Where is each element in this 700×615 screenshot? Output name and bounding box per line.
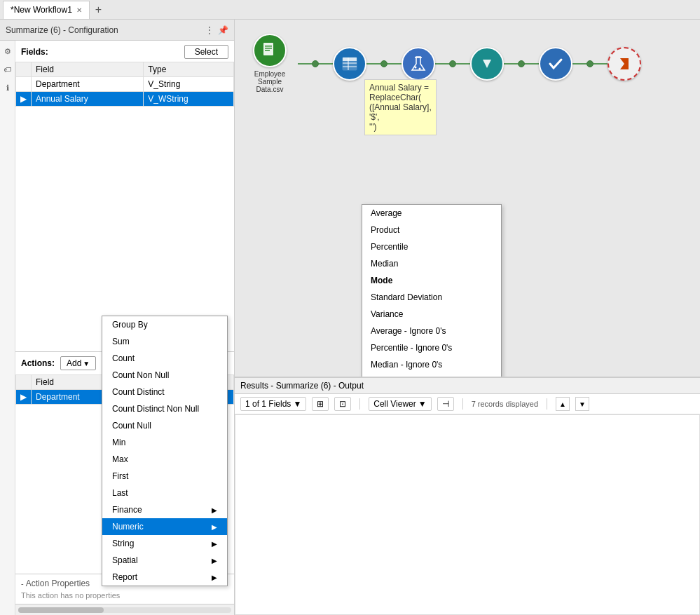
- cell-viewer-button[interactable]: Cell Viewer ▼: [369, 397, 431, 411]
- submenu-item-label: Percentile: [371, 242, 408, 252]
- submenu-item-mode-ignore[interactable]: Mode - Ignore 0's: [362, 373, 501, 377]
- connector-4: [504, 60, 539, 67]
- node-input-label: Employee SampleData.csv: [242, 70, 298, 93]
- table-row-selected[interactable]: ▶ Annual Salary V_WString: [16, 92, 234, 107]
- type-cell-selected: V_WString: [144, 92, 234, 107]
- menu-item-group-by[interactable]: Group By: [102, 316, 227, 333]
- tab-new-workflow[interactable]: *New Workflow1 ✕: [3, 1, 90, 19]
- menu-item-count-non-null[interactable]: Count Non Null: [102, 367, 227, 384]
- row-arrow-selected: ▶: [16, 92, 32, 107]
- submenu-item-label: Percentile - Ignore 0's: [371, 343, 452, 353]
- menu-item-label: Group By: [112, 320, 148, 330]
- menu-item-first[interactable]: First: [102, 468, 227, 485]
- options-icon[interactable]: ⋮: [205, 25, 214, 35]
- string-submenu-arrow: ▶: [212, 540, 217, 548]
- finance-submenu-arrow: ▶: [212, 506, 217, 514]
- formula-line-1: Annual Salary =: [369, 83, 432, 93]
- node-sort[interactable]: [470, 47, 504, 81]
- menu-item-finance[interactable]: Finance ▶: [102, 501, 227, 518]
- submenu-item-label: Mode: [371, 276, 392, 285]
- grid-icon-button[interactable]: ⊞: [312, 397, 329, 411]
- submenu-item-average[interactable]: Average: [362, 205, 501, 222]
- menu-item-count-null[interactable]: Count Null: [102, 417, 227, 434]
- submenu-item-pct-ignore[interactable]: Percentile - Ignore 0's: [362, 339, 501, 356]
- settings-sidebar-icon[interactable]: ⚙: [1, 45, 14, 58]
- submenu: Average Product Percentile Median Mode S…: [362, 204, 502, 377]
- menu-item-label: Count Null: [112, 421, 151, 431]
- menu-item-numeric[interactable]: Numeric ▶: [102, 518, 227, 535]
- submenu-item-variance[interactable]: Variance: [362, 306, 501, 323]
- node-check[interactable]: [539, 47, 572, 81]
- connector-dot-3: [449, 60, 456, 67]
- pin-icon[interactable]: 📌: [218, 25, 228, 35]
- menu-item-spatial[interactable]: Spatial ▶: [102, 552, 227, 569]
- left-panel: Summarize (6) - Configuration ⋮ 📌 ⚙ 🏷 ℹ …: [0, 20, 235, 615]
- svg-rect-9: [415, 57, 422, 58]
- menu-item-count-distinct[interactable]: Count Distinct: [102, 384, 227, 400]
- tag-sidebar-icon[interactable]: 🏷: [1, 63, 14, 76]
- actions-row-arrow: ▶: [16, 390, 32, 405]
- toolbar-separator: [359, 398, 360, 410]
- node-input[interactable]: Employee SampleData.csv: [242, 34, 298, 93]
- menu-item-count[interactable]: Count: [102, 350, 227, 367]
- menu-item-max[interactable]: Max: [102, 451, 227, 468]
- menu-item-sum[interactable]: Sum: [102, 333, 227, 350]
- connector-line-2: [319, 63, 333, 65]
- submenu-item-stddev[interactable]: Standard Deviation: [362, 289, 501, 306]
- menu-item-string[interactable]: String ▶: [102, 535, 227, 552]
- actions-col-arrow: [16, 375, 32, 390]
- canvas-area[interactable]: Employee SampleData.csv: [235, 20, 700, 377]
- svg-rect-2: [265, 48, 272, 49]
- menu-item-label: Sum: [112, 337, 130, 346]
- tab-close-icon[interactable]: ✕: [76, 6, 82, 14]
- col-field: Field: [32, 62, 144, 77]
- connector-1: [298, 60, 333, 67]
- submenu-item-percentile[interactable]: Percentile: [362, 238, 501, 255]
- node-summarize[interactable]: [608, 47, 641, 81]
- formula-box: Annual Salary = ReplaceChar( ([Annual Sa…: [364, 79, 437, 135]
- toolbar-separator-2: [462, 398, 463, 410]
- row-arrow: [16, 77, 32, 92]
- fields-dropdown-button[interactable]: 1 of 1 Fields ▼: [240, 397, 306, 411]
- connector-line-6: [456, 63, 470, 65]
- add-arrow-icon: ▼: [83, 360, 90, 367]
- node-table[interactable]: [333, 47, 366, 81]
- node-table-icon: [333, 47, 366, 81]
- table-row[interactable]: Department V_String: [16, 77, 234, 92]
- menu-item-label: Report: [112, 572, 137, 582]
- connector-line-5: [435, 63, 449, 65]
- submenu-item-median[interactable]: Median: [362, 255, 501, 272]
- connector-line-10: [593, 63, 608, 65]
- info-sidebar-icon[interactable]: ℹ: [1, 81, 14, 94]
- submenu-item-mode[interactable]: Mode: [362, 272, 501, 289]
- toolbar-separator-3: [547, 398, 547, 410]
- submenu-item-median-ignore[interactable]: Median - Ignore 0's: [362, 356, 501, 373]
- submenu-item-avg-ignore[interactable]: Average - Ignore 0's: [362, 323, 501, 339]
- add-button[interactable]: Add ▼: [60, 356, 96, 370]
- fields-info: 1 of 1 Fields: [245, 399, 291, 409]
- connector-line: [298, 63, 312, 65]
- menu-item-last[interactable]: Last: [102, 485, 227, 501]
- copy-icon-button[interactable]: ⊡: [334, 397, 351, 411]
- menu-item-report[interactable]: Report ▶: [102, 569, 227, 586]
- menu-item-count-distinct-non-null[interactable]: Count Distinct Non Null: [102, 400, 227, 417]
- type-cell: V_String: [144, 77, 234, 92]
- connector-dot-2: [380, 60, 387, 67]
- dropdown-overlay: Group By Sum Count Count Non Null Count …: [102, 316, 228, 586]
- filter-icon-button[interactable]: ⊣: [437, 397, 454, 411]
- menu-item-min[interactable]: Min: [102, 434, 227, 451]
- new-tab-button[interactable]: +: [90, 1, 107, 19]
- nav-down-button[interactable]: ▼: [575, 397, 589, 411]
- panel-header: Summarize (6) - Configuration ⋮ 📌: [0, 20, 234, 41]
- results-header-label: Results - Summarize (6) - Output: [240, 381, 364, 391]
- nav-up-button[interactable]: ▲: [556, 397, 570, 411]
- select-button[interactable]: Select: [184, 45, 228, 59]
- scroll-area[interactable]: [15, 604, 234, 615]
- submenu-item-product[interactable]: Product: [362, 222, 501, 238]
- menu-item-label: Count Non Null: [112, 370, 169, 380]
- node-formula-icon: [402, 47, 435, 81]
- node-formula[interactable]: [402, 47, 435, 81]
- tab-label: *New Workflow1: [11, 5, 72, 15]
- svg-rect-1: [265, 46, 272, 47]
- submenu-item-label: Average: [371, 208, 402, 218]
